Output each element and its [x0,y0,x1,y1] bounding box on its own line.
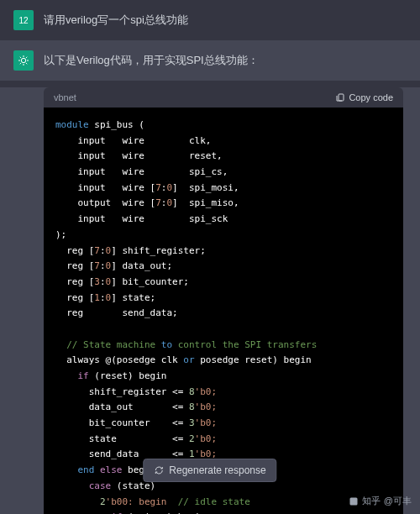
regenerate-button[interactable]: Regenerate response [143,459,276,482]
svg-rect-2 [349,497,357,505]
code-language-label: vbnet [54,92,76,102]
openai-icon [17,54,30,67]
attribution: 知乎 @可丰 [349,495,412,507]
assistant-message: 以下是Verilog代码，用于实现SPI总线功能： [0,40,420,81]
svg-point-0 [21,58,25,62]
refresh-icon [154,465,164,475]
clipboard-icon [335,92,345,102]
code-body[interactable]: module spi_bus ( input wire clk, input w… [44,108,403,514]
assistant-intro-text: 以下是Verilog代码，用于实现SPI总线功能： [44,50,259,71]
copy-code-button[interactable]: Copy code [335,92,393,102]
code-block: vbnet Copy code module spi_bus ( input w… [44,87,403,514]
code-header: vbnet Copy code [44,87,403,108]
regenerate-label: Regenerate response [169,464,265,476]
assistant-avatar [13,50,34,71]
svg-rect-1 [339,94,344,101]
zhihu-icon [349,496,359,506]
user-message-text: 请用verilog写一个spi总线功能 [44,10,188,30]
copy-code-label: Copy code [349,92,393,102]
user-avatar: 12 [13,10,34,30]
attribution-site: 知乎 [362,495,381,507]
attribution-author: @可丰 [384,495,412,507]
user-message: 12 请用verilog写一个spi总线功能 [0,0,420,40]
